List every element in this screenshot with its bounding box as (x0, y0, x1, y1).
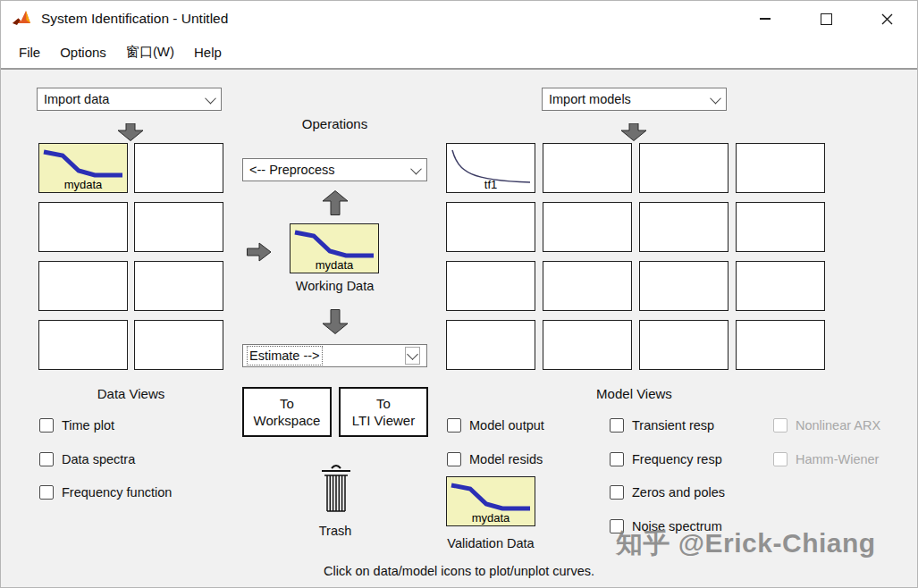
button-line: LTI Viewer (352, 412, 415, 430)
window-title: System Identification - Untitled (41, 11, 228, 27)
model-item-label: tf1 (447, 178, 535, 191)
data-slot (38, 320, 128, 370)
system-identification-window: System Identification - Untitled File Op… (0, 0, 918, 588)
validation-data-item[interactable]: mydata (446, 476, 535, 526)
checkbox-frequency-resp[interactable]: Frequency resp (610, 452, 722, 466)
estimate-dropdown[interactable]: Estimate --> (242, 344, 427, 367)
model-slot (639, 202, 729, 252)
model-slot (543, 202, 632, 252)
checkbox-box (447, 418, 461, 433)
chevron-down-icon (410, 163, 422, 174)
checkbox-box (610, 418, 624, 433)
to-workspace-button[interactable]: To Workspace (242, 387, 332, 437)
data-board-grid: mydata (38, 143, 223, 370)
working-data-item[interactable]: mydata (290, 223, 379, 273)
arrow-down-icon (117, 123, 144, 141)
checkbox-label: Frequency function (62, 485, 172, 500)
arrow-down-icon (322, 309, 349, 334)
model-board-grid: tf1 (446, 143, 825, 370)
checkbox-label: Frequency resp (632, 452, 722, 466)
checkbox-box (447, 452, 461, 466)
validation-data-label: mydata (447, 511, 535, 525)
button-line: To (280, 395, 294, 413)
data-slot (38, 261, 128, 311)
checkbox-box (39, 485, 54, 500)
model-slot (446, 261, 535, 311)
data-slot (134, 202, 223, 252)
minimize-icon (760, 18, 771, 20)
data-item-mydata[interactable]: mydata (38, 143, 128, 193)
minimize-button[interactable] (735, 1, 796, 37)
trash-icon (318, 462, 354, 519)
data-slot (134, 143, 223, 193)
menu-help[interactable]: Help (184, 45, 232, 60)
data-slot (134, 320, 223, 370)
close-icon (881, 13, 893, 25)
chevron-down-icon (205, 92, 216, 104)
import-models-dropdown[interactable]: Import models (542, 88, 727, 111)
model-slot (736, 320, 825, 370)
chevron-glyph (407, 349, 418, 360)
data-slot (38, 202, 128, 252)
checkbox-transient-resp[interactable]: Transient resp (610, 418, 714, 433)
model-slot (736, 261, 825, 311)
checkbox-label: Zeros and poles (632, 485, 725, 500)
close-button[interactable] (856, 1, 917, 37)
checkbox-label: Data spectra (62, 452, 135, 466)
status-message: Click on data/model icons to plot/unplot… (1, 564, 917, 578)
checkbox-time-plot[interactable]: Time plot (39, 418, 114, 433)
import-data-dropdown[interactable]: Import data (37, 88, 222, 111)
arrow-down-icon (620, 123, 647, 141)
button-line: To (376, 395, 391, 413)
checkbox-nonlinear-arx: Nonlinear ARX (773, 418, 880, 433)
checkbox-box (39, 452, 54, 466)
validation-data-caption: Validation Data (424, 536, 558, 550)
checkbox-label: Nonlinear ARX (796, 418, 880, 433)
preprocess-dropdown[interactable]: <-- Preprocess (242, 158, 427, 181)
working-data-caption: Working Data (242, 279, 427, 293)
checkbox-data-spectra[interactable]: Data spectra (39, 452, 135, 466)
model-slot (543, 261, 632, 311)
checkbox-label: Model output (469, 418, 544, 433)
trash-label: Trash (291, 524, 380, 538)
menu-file[interactable]: File (9, 45, 50, 60)
data-slot (134, 261, 223, 311)
model-views-title: Model Views (542, 386, 727, 401)
menu-bar: File Options 窗口(W) Help (1, 37, 917, 70)
model-item-tf1[interactable]: tf1 (446, 143, 535, 193)
checkbox-model-resids[interactable]: Model resids (447, 452, 543, 466)
checkbox-hamm-wiener: Hamm-Wiener (773, 452, 879, 466)
button-line: Workspace (254, 412, 321, 430)
maximize-button[interactable] (796, 1, 856, 37)
import-data-dropdown-value: Import data (44, 92, 109, 106)
model-slot (736, 143, 825, 193)
checkbox-label: Transient resp (632, 418, 714, 433)
model-slot (639, 320, 729, 370)
data-views-title: Data Views (38, 386, 223, 401)
checkbox-box (773, 418, 787, 433)
checkbox-box (610, 485, 624, 500)
model-slot (736, 202, 825, 252)
chevron-down-icon (405, 347, 420, 365)
checkbox-box (39, 418, 54, 433)
to-lti-viewer-button[interactable]: To LTI Viewer (339, 387, 428, 437)
checkbox-label: Time plot (62, 418, 114, 433)
menu-options[interactable]: Options (50, 45, 116, 60)
checkbox-frequency-function[interactable]: Frequency function (39, 485, 172, 500)
checkbox-zeros-and-poles[interactable]: Zeros and poles (610, 485, 725, 500)
arrow-up-icon (322, 190, 349, 215)
trash-target[interactable] (316, 462, 356, 523)
arrow-right-icon (247, 242, 272, 262)
watermark: 知乎 @Erick-Chiang (616, 525, 876, 562)
checkbox-model-output[interactable]: Model output (447, 418, 544, 433)
checkbox-label: Model resids (469, 452, 543, 466)
model-slot (446, 202, 535, 252)
working-data-label: mydata (291, 258, 378, 272)
menu-window[interactable]: 窗口(W) (116, 44, 184, 61)
maximize-icon (821, 13, 832, 25)
checkbox-label: Hamm-Wiener (796, 452, 879, 466)
title-bar: System Identification - Untitled (1, 1, 917, 37)
estimate-dropdown-value: Estimate --> (249, 349, 320, 363)
data-item-label: mydata (39, 178, 127, 191)
model-slot (543, 320, 632, 370)
